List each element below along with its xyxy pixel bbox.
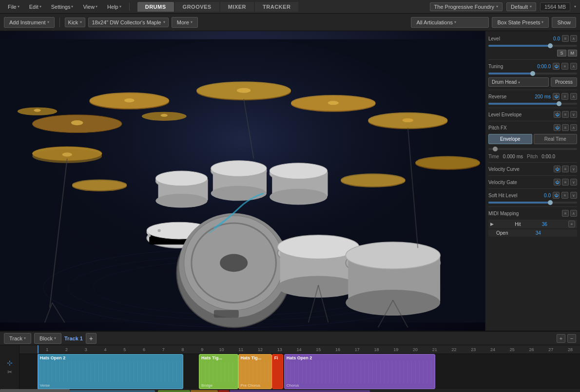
mute-button[interactable]: M [568,50,578,56]
midi-mapping-row: MIDI Mapping ≡ ∧ [488,209,577,218]
velocity-gate-row: Velocity Gate ⏻ ≡ ∨ [488,178,577,187]
add-track-button[interactable]: + [86,333,97,344]
velocity-curve-power-icon[interactable]: ⏻ [554,166,561,172]
tab-drums[interactable]: DRUMS [137,2,174,12]
right-panel: Level 0.0 ≡ ∧ S M Tuning 0:00.0 [485,31,580,331]
soft-hit-value: 0.0 [544,193,551,198]
level-expand-icon[interactable]: ∧ [570,35,577,42]
level-envelope-expand-icon[interactable]: ∨ [570,111,577,118]
reverse-power-icon[interactable]: ⏻ [553,93,560,100]
real-time-tab[interactable]: Real Time [534,134,578,144]
midi-mapping-menu-icon[interactable]: ≡ [562,210,569,217]
seq-scrollbar[interactable] [0,389,580,392]
envelope-tab[interactable]: Envelope [488,134,532,144]
block-title-chorus: Hats Open 2 [287,355,433,360]
menu-edit[interactable]: Edit ▾ [25,3,45,11]
tuning-menu-icon[interactable]: ≡ [561,63,568,70]
block-fi[interactable]: Fi [272,354,283,389]
block-verse[interactable]: Hats Open 2 Verse [38,354,183,389]
ruler: 1 2 3 4 5 6 7 8 9 10 11 12 13 [19,345,580,354]
drum-model-select[interactable]: 18x24" DW Collector's Maple ▾ [88,18,168,27]
midi-mapping-expand-icon[interactable]: ∧ [570,210,577,217]
svg-point-49 [211,186,267,201]
velocity-curve-row: Velocity Curve ⏻ ≡ ∨ [488,165,577,173]
svg-point-64 [72,179,127,190]
level-label: Level [488,36,500,41]
velocity-curve-expand-icon[interactable]: ∨ [570,166,577,172]
pitch-fx-row: Pitch FX ⏻ ≡ ∧ [488,123,577,132]
level-slider[interactable] [488,45,577,47]
reverse-menu-icon[interactable]: ≡ [561,93,568,100]
all-articulations-dropdown[interactable]: All Articulations ▾ [411,17,489,28]
soft-hit-slider[interactable] [488,202,577,204]
level-envelope-label: Level Envelope [488,112,522,117]
box-state-presets-button[interactable]: Box State Presets ▾ [492,17,549,28]
reverse-slider[interactable] [488,103,577,105]
velocity-gate-power-icon[interactable]: ⏻ [554,179,561,186]
toolbar2: Add Instrument ▾ Kick ▾ 18x24" DW Collec… [0,14,580,31]
block-title-verse: Hats Open 2 [40,355,181,360]
show-button[interactable]: Show [552,17,576,28]
svg-point-25 [415,156,480,169]
cut-tool-icon[interactable]: ✂ [7,369,12,375]
default-preset-dropdown[interactable]: Default ▾ [506,2,536,11]
tuning-power-icon[interactable]: ⏻ [553,63,560,70]
zoom-out-button[interactable]: − [567,334,576,343]
velocity-curve-menu-icon[interactable]: ≡ [562,166,569,172]
hit-menu-icon[interactable]: ≡ [568,221,575,227]
tuning-expand-icon[interactable]: ∧ [570,63,577,70]
reverse-expand-icon[interactable]: ∧ [570,93,577,100]
svg-point-29 [161,114,168,117]
soft-hit-menu-icon[interactable]: ≡ [561,192,568,199]
block-pattern-chorus [287,360,433,383]
process-button[interactable]: Process [551,77,577,87]
pitch-fx-power-icon[interactable]: ⏻ [554,124,561,131]
block-bridge[interactable]: Hats Tig... Bridge [199,354,238,389]
block-subtitle-verse: Verse [40,383,181,388]
menu-view[interactable]: View ▾ [79,3,101,11]
velocity-gate-menu-icon[interactable]: ≡ [562,179,569,186]
drum-kit-visual [0,31,485,331]
pitch-fx-expand-icon[interactable]: ∧ [570,124,577,131]
more-button[interactable]: More ▾ [172,17,198,28]
drum-area[interactable] [0,31,485,331]
soft-hit-expand-icon[interactable]: ∨ [570,192,577,199]
velocity-gate-expand-icon[interactable]: ∨ [570,179,577,186]
tab-tracker[interactable]: TRACKER [255,2,298,12]
level-envelope-power-icon[interactable]: ⏻ [554,111,561,118]
time-label: Time [488,154,499,159]
track-name: Track 1 [64,336,83,341]
svg-point-7 [71,120,83,125]
svg-point-23 [403,118,413,122]
select-tool-icon[interactable]: ⊹ [7,359,13,367]
kit-preset-dropdown[interactable]: The Progressive Foundry ▾ [430,2,503,11]
soft-hit-power-icon[interactable]: ⏻ [553,192,560,199]
pitch-fx-menu-icon[interactable]: ≡ [562,124,569,131]
svg-rect-76 [214,310,239,317]
tuning-slider[interactable] [488,73,577,75]
add-instrument-button[interactable]: Add Instrument ▾ [4,17,55,28]
open-value: 34 [536,230,541,236]
menu-file[interactable]: File ▾ [4,3,23,11]
hit-open-rows: ▶ Hit 36 ≡ Open 34 [488,220,577,237]
drum-head-select[interactable]: Drum Head ▾ [488,77,549,87]
tab-mixer[interactable]: MIXER [220,2,254,12]
pitch-fx-slider[interactable] [488,148,577,150]
solo-button[interactable]: S [557,50,566,56]
svg-point-27 [34,109,40,112]
tab-grooves[interactable]: GROOVES [175,2,219,12]
level-menu-icon[interactable]: ≡ [562,35,569,42]
zoom-in-button[interactable]: + [557,334,565,343]
menu-settings[interactable]: Settings ▾ [47,3,77,11]
svg-point-61 [346,290,440,316]
menu-help[interactable]: Help ▾ [103,3,125,11]
kick-select[interactable]: Kick ▾ [65,18,86,27]
block-pre-chorus[interactable]: Hats Tig... Pre Chorus [238,354,272,389]
block-subtitle-prechorus: Pre Chorus [241,383,270,388]
track-button[interactable]: Track ▾ [4,333,31,344]
tuning-label: Tuning [488,64,503,69]
block-chorus[interactable]: Hats Open 2 Chorus [284,354,436,389]
block-button[interactable]: Block ▾ [34,333,61,344]
nav-tabs: DRUMS GROOVES MIXER TRACKER [137,2,299,12]
level-envelope-menu-icon[interactable]: ≡ [562,111,569,118]
